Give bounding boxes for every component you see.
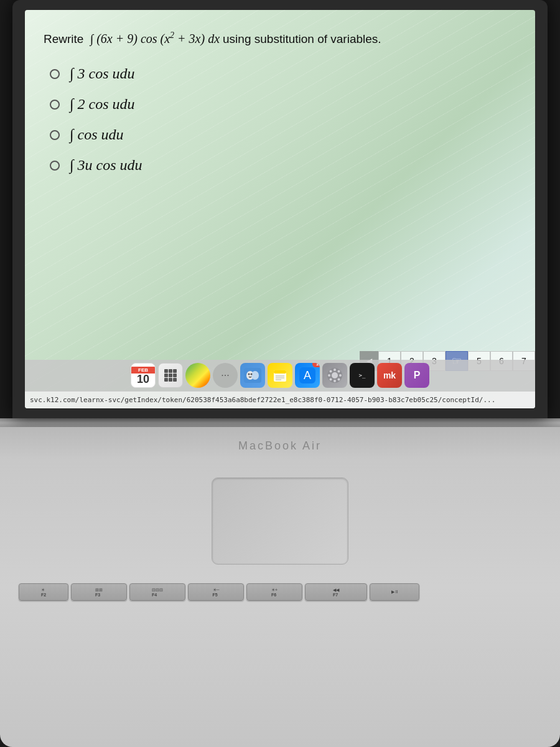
radio-b[interactable] [50,100,60,110]
svg-point-26 [339,374,342,377]
question-math: ∫ (6x + 9) cos (x2 + 3x) dx [87,32,223,45]
dock-calendar-icon[interactable]: FEB 10 [131,363,156,388]
svg-rect-0 [164,369,168,373]
calendar-day: 10 [137,374,149,385]
screen-bezel: Rewrite ∫ (6x + 9) cos (x2 + 3x) dx usin… [12,0,548,418]
purple-p-label: P [414,370,421,381]
content-area: Rewrite ∫ (6x + 9) cos (x2 + 3x) dx usin… [25,10,535,408]
calendar-month: FEB [131,367,155,374]
radio-c[interactable] [50,130,60,140]
svg-point-29 [330,378,332,381]
option-d[interactable]: ∫ 3u cos udu [50,157,516,174]
dock-more-icon[interactable]: ··· [213,363,238,388]
laptop-outer: Rewrite ∫ (6x + 9) cos (x2 + 3x) dx usin… [0,0,560,747]
svg-point-30 [338,378,340,381]
option-c[interactable]: ∫ cos udu [50,126,516,143]
dock-launchpad-icon[interactable] [158,363,183,388]
dock-appstore-icon[interactable]: A 1 [295,363,320,388]
dock-appstore-badge: 1 [312,363,320,367]
f6-key[interactable]: ☀+ F6 [246,583,302,601]
option-b-math: ∫ 2 cos udu [70,96,135,113]
radio-d[interactable] [50,161,60,171]
mk-label: mk [383,370,396,380]
laptop-body: MacBook Air ☀ F2 ⊞⊞ F3 [0,427,560,747]
play-pause-key[interactable]: ▶ II [370,583,419,601]
option-a-math: ∫ 3 cos udu [70,65,135,82]
dock-purple-p-icon[interactable]: P [404,363,429,388]
dock-photos-icon[interactable] [185,363,210,388]
svg-rect-3 [164,374,168,377]
f7-key[interactable]: ◀◀ F7 [305,583,367,601]
screen: Rewrite ∫ (6x + 9) cos (x2 + 3x) dx usin… [25,10,535,408]
keyboard-area: ☀ F2 ⊞⊞ F3 ⊟⊟⊟ F4 [19,583,541,603]
laptop-hinge [0,418,560,427]
option-d-math: ∫ 3u cos udu [70,157,142,174]
svg-point-22 [332,372,338,378]
svg-rect-15 [274,370,286,374]
url-bar: svc.k12.com/learnx-svc/getIndex/token/62… [25,391,535,408]
f5-key[interactable]: ☀─ F5 [188,583,244,601]
f2-key[interactable]: ☀ F2 [19,583,68,601]
question-suffix: using substitution of variables. [223,32,381,45]
url-text: svc.k12.com/learnx-svc/getIndex/token/62… [30,396,495,404]
svg-rect-6 [164,378,168,382]
fn-key-row: ☀ F2 ⊞⊞ F3 ⊟⊟⊟ F4 [19,583,541,601]
svg-point-12 [248,374,250,375]
question: Rewrite ∫ (6x + 9) cos (x2 + 3x) dx usin… [44,29,516,48]
question-prefix: Rewrite [44,32,83,45]
dock-mk-icon[interactable]: mk [377,363,402,388]
svg-point-25 [328,374,330,377]
option-b[interactable]: ∫ 2 cos udu [50,96,516,113]
svg-rect-2 [173,369,177,373]
radio-a[interactable] [50,69,60,79]
dock-finder-icon[interactable] [240,363,265,388]
svg-point-11 [251,371,259,380]
terminal-label: >_ [359,372,366,378]
svg-point-13 [251,374,253,375]
option-a[interactable]: ∫ 3 cos udu [50,65,516,82]
svg-point-24 [334,380,336,382]
trackpad[interactable] [212,477,348,565]
svg-rect-4 [169,374,172,377]
dock-area: FEB 10 [25,360,535,391]
svg-point-28 [338,370,340,373]
svg-text:A: A [304,369,311,382]
option-c-math: ∫ cos udu [70,126,124,143]
svg-point-23 [334,369,336,371]
svg-rect-5 [173,374,177,377]
svg-point-27 [330,370,332,373]
macbook-air-label: MacBook Air [238,439,322,453]
dock-systemprefs-icon[interactable] [322,363,347,388]
options-container: ∫ 3 cos udu ∫ 2 cos udu ∫ cos udu ∫ 3u c… [50,65,516,174]
svg-rect-7 [169,378,172,382]
svg-rect-1 [169,369,172,373]
f3-key[interactable]: ⊞⊞ F3 [71,583,127,601]
svg-rect-8 [173,378,177,382]
dock-terminal-icon[interactable]: >_ [350,363,375,388]
dock-notes-icon[interactable] [268,363,292,388]
f4-key[interactable]: ⊟⊟⊟ F4 [129,583,185,601]
